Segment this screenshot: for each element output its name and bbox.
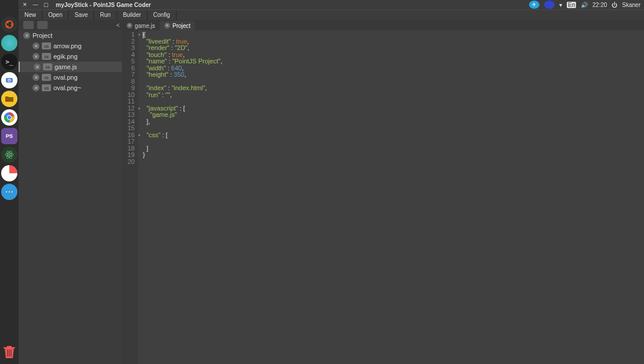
file-icon: os (42, 74, 51, 81)
close-icon[interactable]: ✕ (33, 53, 39, 60)
svg-point-6 (9, 80, 10, 81)
code-editor[interactable]: 1 2 3 4 5 6 7 8 9 10 11 12 13 14 15 16 1 (122, 30, 644, 364)
file-icon: os (42, 84, 51, 91)
file-icon: os (42, 42, 51, 49)
close-icon[interactable]: ✕ (127, 23, 132, 28)
file-icon: os (42, 53, 51, 60)
file-name: arrow.png (53, 42, 81, 49)
ubuntu-icon[interactable] (1, 16, 17, 33)
atom-icon[interactable] (1, 147, 17, 163)
apps-icon[interactable] (1, 35, 17, 51)
user-name[interactable]: Skaner (622, 2, 641, 8)
close-icon[interactable]: ✕ (23, 32, 30, 39)
sidebar-tool-2[interactable] (37, 21, 48, 29)
gutter: 1 2 3 4 5 6 7 8 9 10 11 12 13 14 15 16 1 (122, 30, 138, 364)
tree-label: Project (33, 32, 52, 39)
tree-file[interactable]: ✕ os arrow.png (19, 41, 122, 51)
file-name: egik.png (53, 53, 78, 60)
clock[interactable]: 22:20 (592, 2, 607, 8)
svg-point-9 (8, 116, 11, 119)
file-tree: ✕ Project ✕ os arrow.png ✕ os egik.png ✕… (19, 30, 122, 93)
file-name: oval.png (53, 74, 78, 81)
svg-point-1 (11, 23, 13, 26)
sidebar-collapse-icon[interactable]: < (116, 22, 122, 28)
volume-icon[interactable]: 🔊 (581, 2, 588, 8)
terminal-icon[interactable]: >_ (1, 53, 17, 70)
tab-gamejs[interactable]: ✕ game.js (122, 21, 160, 30)
file-icon: os (43, 63, 52, 70)
trash-icon[interactable] (3, 344, 16, 359)
power-icon[interactable]: ⏻ (611, 2, 617, 8)
menu-run[interactable]: Run (94, 10, 117, 20)
indicator-icon[interactable] (544, 1, 555, 9)
menubar: New Open Save Run Builder Config (19, 9, 644, 20)
svg-point-3 (6, 26, 9, 28)
chrome-icon[interactable] (1, 109, 17, 126)
code-text[interactable]: { "liveedit" : true, "render" : "2D", "t… (138, 30, 644, 364)
titlebar: ✕ — ▢ myJoyStick - PointJS Game Coder ✈ … (19, 0, 644, 9)
launcher: >_ PS ⋯ (0, 0, 19, 364)
tree-file-active[interactable]: ✕ os game.js (19, 62, 122, 72)
close-icon[interactable]: ✕ (34, 63, 41, 70)
phpstorm-icon[interactable]: PS (1, 128, 17, 144)
tree-file[interactable]: ✕ os oval.png (19, 72, 122, 83)
content: < ✕ Project ✕ os arrow.png ✕ os egik.png (19, 20, 644, 364)
close-icon[interactable]: ✕ (164, 23, 170, 28)
wifi-icon[interactable]: ▾ (559, 2, 562, 8)
more-icon[interactable]: ⋯ (1, 184, 17, 200)
editor-area: ✕ game.js ✕ Project 1 2 3 4 5 6 7 8 (122, 20, 644, 364)
file-name: oval.png~ (53, 84, 81, 91)
tab-label: Project (172, 23, 190, 29)
tab-project[interactable]: ✕ Project (160, 21, 195, 30)
sidebar-tool-1[interactable] (23, 21, 34, 29)
close-icon[interactable]: ✕ (33, 42, 39, 49)
camera-icon[interactable] (1, 72, 17, 88)
main-window: ✕ — ▢ myJoyStick - PointJS Game Coder ✈ … (19, 0, 644, 364)
svg-point-2 (6, 21, 9, 23)
svg-point-13 (9, 154, 10, 156)
tree-file[interactable]: ✕ os egik.png (19, 51, 122, 62)
menu-open[interactable]: Open (42, 10, 69, 20)
file-name: game.js (55, 63, 77, 70)
tree-file[interactable]: ✕ os oval.png~ (19, 83, 122, 93)
telegram-icon[interactable]: ✈ (529, 1, 539, 9)
menu-save[interactable]: Save (69, 10, 94, 20)
maximize-window-icon[interactable]: ▢ (43, 2, 49, 8)
sidebar: < ✕ Project ✕ os arrow.png ✕ os egik.png (19, 20, 122, 364)
stats-icon[interactable] (1, 165, 17, 181)
files-icon[interactable] (1, 91, 17, 107)
close-icon[interactable]: ✕ (33, 74, 39, 81)
sidebar-tools: < (19, 20, 122, 30)
lang-indicator[interactable]: En (567, 2, 576, 8)
menu-config[interactable]: Config (147, 10, 177, 20)
tab-label: game.js (135, 23, 155, 29)
close-window-icon[interactable]: ✕ (22, 2, 28, 8)
menu-builder[interactable]: Builder (117, 10, 147, 20)
window-title: myJoyStick - PointJS Game Coder (56, 2, 151, 8)
tab-bar: ✕ game.js ✕ Project (122, 20, 644, 30)
tree-root[interactable]: ✕ Project (19, 30, 122, 41)
menu-new[interactable]: New (19, 10, 42, 20)
minimize-window-icon[interactable]: — (33, 2, 38, 8)
close-icon[interactable]: ✕ (33, 84, 39, 91)
